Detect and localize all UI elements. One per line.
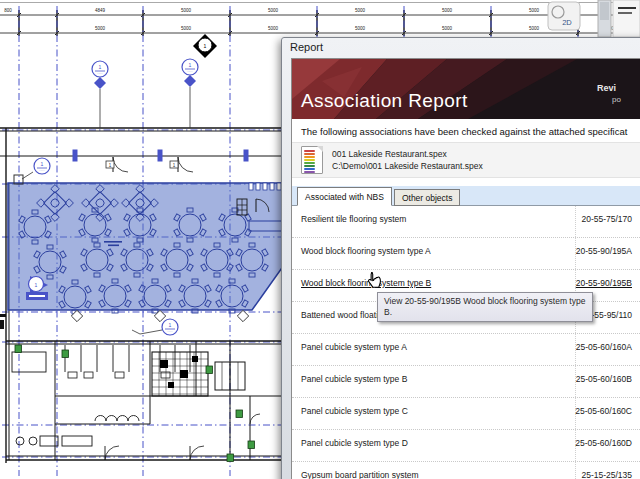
svg-text:1: 1 xyxy=(204,43,207,49)
svg-text:5000: 5000 xyxy=(268,8,279,13)
association-label: Panel cubicle system type A xyxy=(301,342,407,352)
association-code: 25-15-25/135 xyxy=(570,470,632,479)
svg-text:····: ···· xyxy=(39,168,44,173)
report-tabstrip: Associated with NBS Other objects xyxy=(292,186,640,206)
svg-text:····: ···· xyxy=(187,69,192,74)
banner-right-text-2: po xyxy=(612,95,621,104)
svg-text:5000: 5000 xyxy=(442,8,453,13)
spec-file-row: 001 Lakeside Restaurant.spex C:\Demo\001… xyxy=(292,142,640,178)
hand-cursor-icon xyxy=(364,271,383,293)
association-row[interactable]: Resilient tile flooring system20-55-75/1… xyxy=(292,206,640,238)
association-row[interactable]: Panel cubicle system type A25-05-60/160A xyxy=(292,334,640,366)
svg-text:5000: 5000 xyxy=(442,26,453,31)
association-label: Panel cubicle system type C xyxy=(301,406,408,416)
svg-text:4849: 4849 xyxy=(95,8,106,13)
svg-text:1: 1 xyxy=(189,62,192,68)
svg-text:1: 1 xyxy=(41,161,44,167)
association-code: 25-05-60/160A xyxy=(570,342,632,352)
svg-text:1: 1 xyxy=(169,322,172,328)
svg-text:5000: 5000 xyxy=(268,26,279,31)
association-label: Panel cubicle system type B xyxy=(301,374,407,384)
app-screen: 8004849500050005000500050005000500050005… xyxy=(0,0,640,479)
svg-text:····: ···· xyxy=(97,71,102,76)
report-dialog-titlebar[interactable]: Report xyxy=(282,38,640,60)
association-row[interactable]: Panel cubicle system type C25-05-60/160C xyxy=(292,398,640,430)
association-label: Panel cubicle system type D xyxy=(301,438,408,448)
svg-text:5000: 5000 xyxy=(181,8,192,13)
svg-text:2D: 2D xyxy=(562,18,572,27)
svg-text:1: 1 xyxy=(35,282,38,288)
svg-text:····: ···· xyxy=(167,329,172,334)
svg-text:5000: 5000 xyxy=(95,26,106,31)
banner-right-text-1: Revi xyxy=(597,83,616,93)
association-code: 25-05-60/160D xyxy=(570,438,632,448)
report-intro-text: The following associations have been che… xyxy=(292,119,640,137)
association-label: Resilient tile flooring system xyxy=(301,214,406,224)
association-list: Resilient tile flooring system20-55-75/1… xyxy=(292,206,640,479)
link-tooltip: View 20-55-90/195B Wood block flooring s… xyxy=(377,292,593,322)
report-dialog-body: Association Report Revi po The following… xyxy=(291,58,640,479)
svg-text:5000: 5000 xyxy=(529,26,540,31)
svg-text:5000: 5000 xyxy=(529,8,540,13)
tab-associated-with-nbs[interactable]: Associated with NBS xyxy=(297,187,392,206)
svg-text:1: 1 xyxy=(99,64,102,70)
association-row[interactable]: Gypsum board partition system25-15-25/13… xyxy=(292,462,640,479)
association-code[interactable]: 20-55-90/195B xyxy=(570,278,632,288)
association-label: Gypsum board partition system xyxy=(301,470,419,479)
association-code: 25-05-60/160B xyxy=(570,374,632,384)
spex-file-icon xyxy=(301,146,323,174)
association-label: Wood block flooring system type A xyxy=(301,246,431,256)
association-row[interactable]: Panel cubicle system type B25-05-60/160B xyxy=(292,366,640,398)
spec-file-name: 001 Lakeside Restaurant.spex xyxy=(332,148,483,160)
association-code: 25-05-60/160C xyxy=(570,406,632,416)
association-code: 20-55-75/170 xyxy=(570,214,632,224)
svg-text:5000: 5000 xyxy=(181,26,192,31)
association-code: 20-55-90/195A xyxy=(570,246,632,256)
report-banner: Association Report Revi po xyxy=(292,59,640,119)
svg-text:5000: 5000 xyxy=(355,26,366,31)
report-dialog-title: Report xyxy=(290,41,323,53)
association-row[interactable]: Panel cubicle system type D25-05-60/160D xyxy=(292,430,640,462)
svg-text:5000: 5000 xyxy=(355,8,366,13)
report-banner-title: Association Report xyxy=(301,90,468,112)
association-row[interactable]: Wood block flooring system type A20-55-9… xyxy=(292,238,640,270)
tab-other-objects[interactable]: Other objects xyxy=(394,189,461,206)
report-dialog: Report Association Report Revi po The fo… xyxy=(281,37,640,479)
spec-file-path: C:\Demo\001 Lakeside Restaurant.spex xyxy=(332,160,483,172)
svg-text:800: 800 xyxy=(4,8,12,13)
